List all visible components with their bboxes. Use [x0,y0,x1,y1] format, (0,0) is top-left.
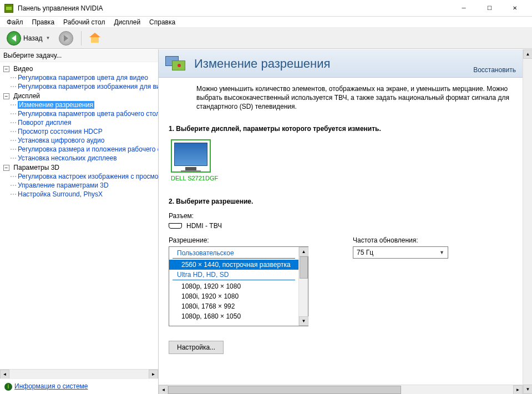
tree-group-display[interactable]: − Дисплей [0,92,158,100]
tree-item[interactable]: ⋯Установка цифрового аудио [10,136,158,145]
refresh-label: Частота обновления: [353,236,448,244]
refresh-value: 75 Гц [357,249,373,256]
tree-item[interactable]: ⋯Регулировка параметров цвета для видео [10,73,158,82]
content-body: Можно уменьшить количество элементов, от… [159,78,523,385]
section-select-resolution: 2. Выберите разрешение. Разъем: HDMI - Т… [169,198,513,354]
close-button[interactable]: ✕ [502,0,528,17]
connector-label: Разъем: [169,212,513,220]
menu-display[interactable]: Дисплей [109,17,145,27]
system-info-link[interactable]: Информация о системе [14,382,88,390]
tree-group-label: Видео [13,65,33,73]
main-split: Выберите задачу... − Видео ⋯Регулировка … [0,49,532,394]
tree-item[interactable]: ⋯Регулировка настроек изображения с прос… [10,172,158,181]
resolution-category-custom: Пользовательское [173,248,295,259]
maximize-button[interactable]: ☐ [477,0,502,17]
menu-help[interactable]: Справка [145,17,180,27]
window-controls: ─ ☐ ✕ [451,0,528,17]
collapse-icon[interactable]: − [3,66,9,72]
menu-desktop[interactable]: Рабочий стол [59,17,109,27]
connector-value: HDMI - ТВЧ [186,222,222,230]
display-name: DELL S2721DGF [171,175,218,181]
task-tree: − Видео ⋯Регулировка параметров цвета дл… [0,62,158,369]
hdmi-icon [169,223,182,229]
sidebar-h-scrollbar[interactable]: ◄ ► [0,369,158,378]
scroll-left-icon[interactable]: ◄ [0,370,9,379]
resolution-listbox[interactable]: Пользовательское 2560 × 1440, построчная… [169,246,308,326]
info-icon: i [4,383,12,391]
section-select-display: 1. Выберите дисплей, параметры которого … [169,125,513,182]
scroll-down-icon[interactable]: ▼ [523,385,532,394]
sidebar-header: Выберите задачу... [0,49,158,62]
tree-group-label: Параметры 3D [13,164,59,171]
content: Изменение разрешения Восстановить Можно … [159,49,523,394]
tree-item[interactable]: ⋯Регулировка параметров изображения для … [10,82,158,91]
step1-title: 1. Выберите дисплей, параметры которого … [169,125,513,133]
toolbar-separator [81,31,82,46]
tree-item[interactable]: ⋯Поворот дисплея [10,118,158,127]
scroll-left-icon[interactable]: ◄ [159,385,168,394]
tree-item[interactable]: ⋯Установка нескольких дисплеев [10,154,158,163]
connector-row: HDMI - ТВЧ [169,222,513,230]
tree-item[interactable]: ⋯Регулировка размера и положения рабочег… [10,145,158,154]
listbox-scrollbar[interactable]: ▲ ▼ [298,247,308,326]
display-thumbnail[interactable]: DELL S2721DGF [171,139,218,181]
resolution-option[interactable]: 2560 × 1440, построчная развертка [169,260,298,270]
refresh-select[interactable]: 75 Гц ▼ [353,246,448,259]
scroll-thumb[interactable] [300,256,308,279]
window-title: Панель управления NVIDIA [18,4,451,12]
resolution-option[interactable]: 1080i, 1920 × 1080 [169,291,298,301]
resolution-option[interactable]: 1080p, 1680 × 1050 [169,311,298,321]
collapse-icon[interactable]: − [3,165,9,171]
scroll-down-icon[interactable]: ▼ [299,316,308,326]
scroll-track[interactable] [9,370,149,379]
minimize-button[interactable]: ─ [451,0,477,17]
settings-button[interactable]: Настройка... [169,341,224,354]
menubar: Файл Правка Рабочий стол Дисплей Справка [0,17,532,28]
app-icon [4,4,13,13]
back-label: Назад [23,34,42,42]
content-v-scrollbar[interactable]: ▲ ▼ [523,49,532,394]
resolution-label: Разрешение: [169,236,308,244]
toolbar: Назад ▼ [0,28,532,49]
back-button[interactable]: Назад ▼ [3,30,53,47]
home-button[interactable] [86,32,104,45]
scroll-track[interactable] [523,59,532,385]
header-monitors-icon [165,54,189,74]
collapse-icon[interactable]: − [3,93,9,99]
page-title: Изменение разрешения [194,57,330,71]
scroll-right-icon[interactable]: ► [149,370,158,379]
menu-edit[interactable]: Правка [28,17,59,27]
tree-group-label: Дисплей [13,92,40,100]
tree-group-video[interactable]: − Видео [0,64,158,73]
content-wrap: Изменение разрешения Восстановить Можно … [159,49,532,394]
tree-item-change-resolution[interactable]: ⋯Изменение разрешения [10,100,158,109]
page-description: Можно уменьшить количество элементов, от… [169,84,513,112]
tree-group-3d[interactable]: − Параметры 3D [0,163,158,172]
sidebar-footer: iИнформация о системе [0,378,158,394]
back-arrow-icon [7,31,21,46]
content-h-scrollbar[interactable]: ◄ ► [159,385,523,394]
monitor-icon [171,139,211,173]
home-icon [89,33,100,44]
content-header: Изменение разрешения Восстановить [159,49,523,78]
resolution-category-hd: Ultra HD, HD, SD [173,270,295,280]
resolution-option[interactable]: 1080i, 1768 × 992 [169,301,298,311]
menu-file[interactable]: Файл [2,17,28,27]
scroll-up-icon[interactable]: ▲ [523,49,532,59]
scroll-right-icon[interactable]: ► [513,385,523,394]
back-dropdown-icon: ▼ [45,36,50,41]
tree-item[interactable]: ⋯Управление параметрами 3D [10,181,158,190]
restore-link[interactable]: Восстановить [473,66,516,74]
sidebar: Выберите задачу... − Видео ⋯Регулировка … [0,49,159,394]
tree-item[interactable]: ⋯Регулировка параметров цвета рабочего с… [10,109,158,118]
tree-item[interactable]: ⋯Просмотр состояния HDCP [10,127,158,136]
tree-item[interactable]: ⋯Настройка Surround, PhysX [10,190,158,199]
resolution-option[interactable]: 1080p, 1920 × 1080 [169,281,298,291]
dropdown-icon: ▼ [439,250,444,255]
titlebar: Панель управления NVIDIA ─ ☐ ✕ [0,0,532,17]
scroll-up-icon[interactable]: ▲ [299,247,308,256]
scroll-thumb[interactable] [168,386,401,394]
step2-title: 2. Выберите разрешение. [169,198,513,205]
forward-button[interactable] [55,30,77,47]
forward-arrow-icon [59,31,73,46]
